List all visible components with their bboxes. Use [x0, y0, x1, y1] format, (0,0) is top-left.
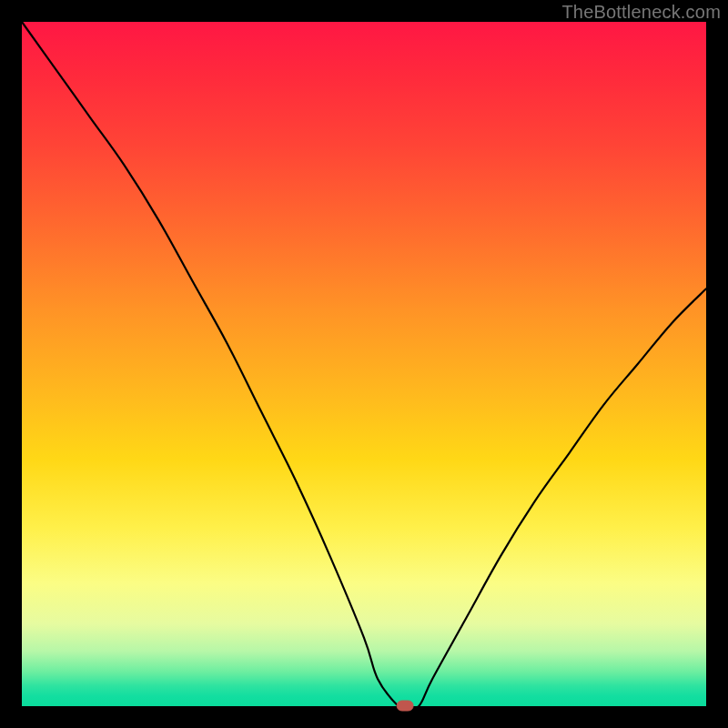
bottleneck-curve [22, 22, 706, 708]
chart-frame: TheBottleneck.com [0, 0, 728, 728]
watermark-text: TheBottleneck.com [561, 2, 721, 23]
chart-svg [22, 22, 706, 706]
min-marker [397, 701, 413, 711]
chart-plot-area [22, 22, 706, 706]
